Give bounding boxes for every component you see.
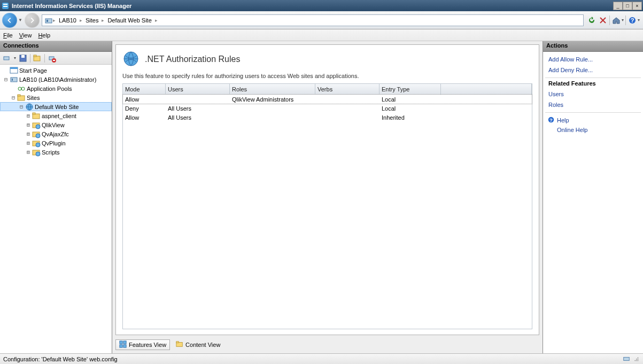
breadcrumb-sep: ▸ bbox=[80, 18, 82, 23]
connect-dropdown[interactable]: ▾ bbox=[14, 56, 16, 60]
svg-rect-38 bbox=[123, 341, 126, 344]
expand-toggle[interactable] bbox=[2, 76, 10, 82]
cell-roles bbox=[230, 108, 315, 109]
cell-verbs bbox=[315, 117, 379, 118]
col-spacer bbox=[441, 84, 532, 95]
cell-users: All Users bbox=[166, 105, 230, 112]
actions-panel: Actions Add Allow Rule... Add Deny Rule.… bbox=[543, 41, 643, 353]
add-allow-rule-link[interactable]: Add Allow Rule... bbox=[545, 55, 641, 64]
rule-row[interactable]: DenyAll UsersLocal bbox=[123, 104, 532, 113]
browse-icon[interactable] bbox=[33, 53, 42, 63]
tree-label: Scripts bbox=[42, 149, 60, 156]
expand-toggle[interactable] bbox=[25, 140, 32, 146]
tree-qvajaxzfc[interactable]: QvAjaxZfc bbox=[0, 129, 112, 138]
tree-default-web-site[interactable]: Default Web Site bbox=[0, 102, 112, 111]
rule-row[interactable]: AllowQlikView AdministratorsLocal bbox=[123, 95, 532, 104]
svg-point-29 bbox=[36, 125, 40, 129]
tree-start-page[interactable]: Start Page bbox=[0, 66, 112, 75]
users-link[interactable]: Users bbox=[545, 90, 641, 98]
help-dropdown[interactable]: ▾ bbox=[638, 18, 640, 22]
tree-label: Start Page bbox=[19, 67, 47, 74]
svg-rect-45 bbox=[624, 357, 630, 360]
connections-tree[interactable]: Start Page LAB10 (LAB10\Administrator) A… bbox=[0, 65, 112, 353]
col-mode[interactable]: Mode bbox=[123, 84, 166, 95]
start-page-icon bbox=[10, 66, 18, 75]
svg-point-47 bbox=[636, 359, 637, 360]
svg-rect-9 bbox=[4, 57, 9, 60]
back-history-dropdown[interactable]: ▼ bbox=[18, 18, 22, 22]
svg-point-49 bbox=[634, 360, 636, 361]
connect-icon[interactable] bbox=[2, 53, 12, 63]
cell-users: All Users bbox=[166, 114, 230, 121]
svg-rect-13 bbox=[34, 55, 36, 57]
tree-aspnet-client[interactable]: aspnet_client bbox=[0, 111, 112, 120]
content-view-tab[interactable]: Content View bbox=[172, 339, 224, 350]
stop-connect-icon[interactable] bbox=[47, 53, 57, 63]
col-roles[interactable]: Roles bbox=[230, 84, 315, 95]
tree-label: Application Pools bbox=[27, 86, 72, 92]
cell-roles: QlikView Administrators bbox=[230, 96, 315, 103]
resize-grip-icon[interactable] bbox=[632, 355, 640, 363]
expand-toggle[interactable] bbox=[25, 131, 32, 137]
close-button[interactable]: × bbox=[632, 2, 642, 10]
back-button[interactable] bbox=[2, 13, 17, 28]
breadcrumb-server[interactable]: LAB10 bbox=[57, 17, 79, 24]
rules-grid[interactable]: Mode Users Roles Verbs Entry Type AllowQ… bbox=[122, 83, 532, 329]
status-text: Configuration: 'Default Web Site' web.co… bbox=[3, 356, 118, 362]
expand-toggle[interactable] bbox=[25, 122, 32, 128]
svg-rect-37 bbox=[120, 341, 122, 344]
status-bar: Configuration: 'Default Web Site' web.co… bbox=[0, 353, 643, 364]
svg-rect-24 bbox=[18, 95, 20, 96]
menu-view[interactable]: View bbox=[19, 32, 32, 38]
svg-point-50 bbox=[636, 360, 637, 361]
breadcrumb-sites[interactable]: Sites bbox=[83, 17, 100, 24]
content-view-label: Content View bbox=[185, 342, 220, 348]
svg-text:?: ? bbox=[631, 17, 634, 24]
col-verbs[interactable]: Verbs bbox=[315, 84, 379, 95]
breadcrumb-sep: ▸ bbox=[155, 18, 158, 23]
toolbar-sep bbox=[30, 54, 30, 63]
nav-bar: ▼ ▸ LAB10 ▸ Sites ▸ Default Web Site ▸ ▾… bbox=[0, 11, 643, 29]
expand-toggle[interactable] bbox=[18, 104, 25, 110]
svg-point-35 bbox=[36, 152, 40, 156]
expand-toggle[interactable] bbox=[25, 149, 32, 155]
help-icon[interactable]: ? bbox=[627, 16, 637, 25]
expand-toggle[interactable] bbox=[10, 95, 17, 100]
tree-qvplugin[interactable]: QvPlugin bbox=[0, 138, 112, 148]
home-dropdown[interactable]: ▾ bbox=[622, 18, 624, 22]
tree-label: LAB10 (LAB10\Administrator) bbox=[19, 76, 96, 83]
tree-qlikview[interactable]: QlikView bbox=[0, 120, 112, 129]
window-title: Internet Information Services (IIS) Mana… bbox=[12, 3, 613, 9]
online-help-link[interactable]: Online Help bbox=[545, 126, 641, 134]
breadcrumb-default-site[interactable]: Default Web Site bbox=[105, 17, 153, 24]
tree-scripts[interactable]: Scripts bbox=[0, 148, 112, 157]
col-users[interactable]: Users bbox=[166, 84, 230, 95]
svg-rect-39 bbox=[120, 345, 122, 347]
tree-sites[interactable]: Sites bbox=[0, 93, 112, 102]
view-tabs: Features View Content View bbox=[112, 338, 543, 351]
refresh-icon[interactable] bbox=[587, 16, 596, 25]
menu-help[interactable]: Help bbox=[38, 32, 50, 38]
svg-rect-11 bbox=[21, 55, 25, 58]
home-icon[interactable] bbox=[611, 16, 621, 25]
cell-roles bbox=[230, 117, 315, 118]
tree-server[interactable]: LAB10 (LAB10\Administrator) bbox=[0, 75, 112, 84]
tree-app-pools[interactable]: Application Pools bbox=[0, 84, 112, 93]
col-entry[interactable]: Entry Type bbox=[379, 84, 441, 95]
stop-icon[interactable] bbox=[598, 16, 608, 25]
rule-row[interactable]: AllowAll UsersInherited bbox=[123, 113, 532, 122]
maximize-button[interactable]: □ bbox=[623, 2, 632, 10]
help-link[interactable]: ? Help bbox=[545, 115, 641, 126]
grid-header: Mode Users Roles Verbs Entry Type bbox=[123, 84, 532, 95]
features-view-icon bbox=[119, 340, 127, 349]
expand-toggle[interactable] bbox=[25, 113, 32, 119]
minimize-button[interactable]: _ bbox=[613, 2, 623, 10]
features-view-tab[interactable]: Features View bbox=[115, 339, 170, 350]
forward-button[interactable] bbox=[25, 13, 40, 28]
content-view-icon bbox=[176, 340, 183, 349]
address-bar[interactable]: ▸ LAB10 ▸ Sites ▸ Default Web Site ▸ bbox=[42, 14, 584, 26]
menu-file[interactable]: File bbox=[3, 32, 13, 38]
roles-link[interactable]: Roles bbox=[545, 100, 641, 109]
save-icon[interactable] bbox=[18, 53, 28, 63]
add-deny-rule-link[interactable]: Add Deny Rule... bbox=[545, 66, 641, 74]
